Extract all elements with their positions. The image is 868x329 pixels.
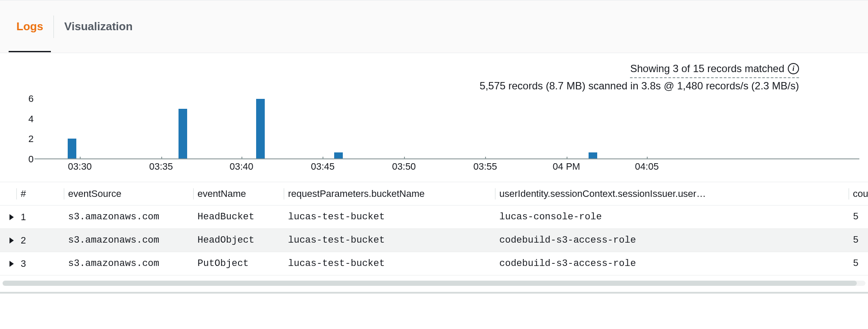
col-expand xyxy=(0,189,17,199)
summary-scan-line: 5,575 records (8.7 MB) scanned in 3.8s @… xyxy=(0,78,799,94)
cell-eventname: HeadBucket xyxy=(194,206,285,228)
bottom-divider xyxy=(0,292,868,294)
col-eventname[interactable]: eventName xyxy=(194,183,285,205)
y-tick: 0 xyxy=(28,154,34,165)
y-tick: 2 xyxy=(28,133,34,145)
cell-eventname: HeadObject xyxy=(194,230,285,251)
scrollbar-thumb[interactable] xyxy=(3,281,857,286)
cell-count: 5 xyxy=(849,230,862,251)
col-username[interactable]: userIdentity.sessionContext.sessionIssue… xyxy=(496,183,849,205)
col-count[interactable]: count xyxy=(849,183,868,205)
col-eventsource[interactable]: eventSource xyxy=(65,183,194,205)
table-header-row: # eventSource eventName requestParameter… xyxy=(0,182,868,206)
cell-eventsource: s3.amazonaws.com xyxy=(65,253,194,274)
caret-right-icon xyxy=(9,261,14,267)
histogram-y-axis: 0246 xyxy=(9,99,39,159)
table-row[interactable]: 1s3.amazonaws.comHeadBucketlucas-test-bu… xyxy=(0,206,868,229)
expand-toggle[interactable] xyxy=(0,230,17,251)
logs-insights-panel: Logs Visualization Showing 3 of 15 recor… xyxy=(0,0,868,329)
histogram-chart: 0246 03:3003:3503:4003:4503:5003:5504 PM… xyxy=(9,99,859,172)
cell-count: 5 xyxy=(849,253,862,274)
cell-username: lucas-console-role xyxy=(496,206,849,228)
tab-visualization[interactable]: Visualization xyxy=(56,14,140,39)
y-tick: 4 xyxy=(28,114,34,125)
expand-toggle[interactable] xyxy=(0,253,17,275)
results-table: # eventSource eventName requestParameter… xyxy=(0,182,868,275)
cell-index: 1 xyxy=(17,206,65,228)
cell-index: 2 xyxy=(17,230,65,251)
tab-logs[interactable]: Logs xyxy=(9,14,51,39)
caret-right-icon xyxy=(9,214,14,220)
cell-eventsource: s3.amazonaws.com xyxy=(65,206,194,228)
cell-username: codebuild-s3-access-role xyxy=(496,230,849,251)
table-row[interactable]: 2s3.amazonaws.comHeadObjectlucas-test-bu… xyxy=(0,229,868,252)
y-tick: 6 xyxy=(28,93,34,104)
summary-match-text: Showing 3 of 15 records matched xyxy=(630,61,784,76)
summary-match-line: Showing 3 of 15 records matched i xyxy=(630,61,799,78)
tab-divider xyxy=(53,16,54,38)
cell-bucketname: lucas-test-bucket xyxy=(285,206,496,228)
cell-username: codebuild-s3-access-role xyxy=(496,253,849,274)
caret-right-icon xyxy=(9,237,14,244)
cell-bucketname: lucas-test-bucket xyxy=(285,230,496,251)
info-icon[interactable]: i xyxy=(788,63,799,74)
cell-bucketname: lucas-test-bucket xyxy=(285,253,496,274)
expand-toggle[interactable] xyxy=(0,206,17,228)
table-row[interactable]: 3s3.amazonaws.comPutObjectlucas-test-buc… xyxy=(0,252,868,275)
horizontal-scrollbar[interactable] xyxy=(3,281,865,286)
col-index[interactable]: # xyxy=(17,183,65,205)
cell-count: 5 xyxy=(849,206,862,228)
cell-eventsource: s3.amazonaws.com xyxy=(65,230,194,251)
cell-index: 3 xyxy=(17,253,65,275)
results-summary: Showing 3 of 15 records matched i 5,575 … xyxy=(0,53,868,95)
cell-eventname: PutObject xyxy=(194,253,285,274)
results-tabs: Logs Visualization xyxy=(0,0,868,53)
col-bucketname[interactable]: requestParameters.bucketName xyxy=(285,183,496,205)
